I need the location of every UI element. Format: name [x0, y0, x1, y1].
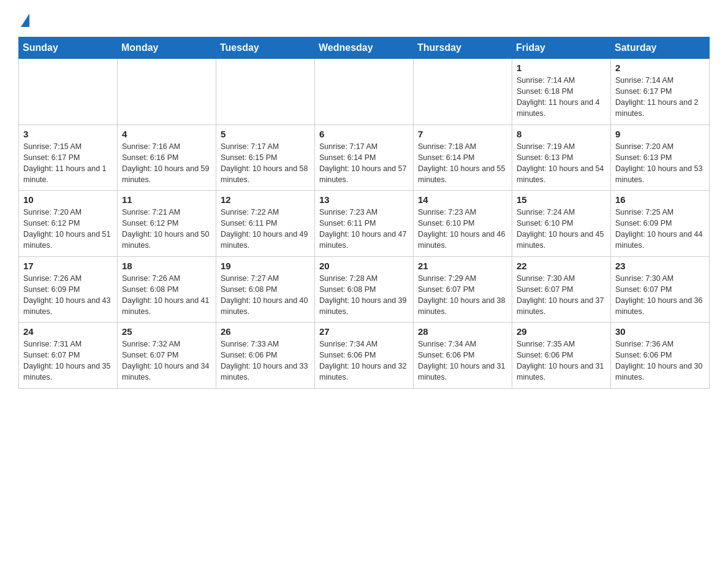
day-number: 30 — [615, 326, 705, 337]
day-info: Sunrise: 7:20 AMSunset: 6:12 PMDaylight:… — [23, 207, 113, 251]
header — [18, 12, 710, 25]
day-info: Sunrise: 7:32 AMSunset: 6:07 PMDaylight:… — [122, 339, 211, 383]
calendar-table: SundayMondayTuesdayWednesdayThursdayFrid… — [18, 37, 710, 389]
day-number: 13 — [319, 194, 409, 205]
calendar-cell: 26Sunrise: 7:33 AMSunset: 6:06 PMDayligh… — [216, 323, 315, 389]
calendar-cell: 3Sunrise: 7:15 AMSunset: 6:17 PMDaylight… — [19, 124, 118, 191]
calendar-cell: 10Sunrise: 7:20 AMSunset: 6:12 PMDayligh… — [19, 191, 118, 257]
day-info: Sunrise: 7:31 AMSunset: 6:07 PMDaylight:… — [23, 339, 113, 383]
day-number: 17 — [23, 261, 113, 271]
logo-triangle-icon — [21, 13, 29, 27]
day-number: 27 — [319, 326, 409, 337]
day-number: 12 — [221, 194, 310, 205]
calendar-cell: 28Sunrise: 7:34 AMSunset: 6:06 PMDayligh… — [414, 323, 512, 389]
day-number: 23 — [615, 261, 705, 271]
calendar-week-row: 1Sunrise: 7:14 AMSunset: 6:18 PMDaylight… — [19, 59, 710, 125]
day-number: 28 — [418, 326, 507, 337]
day-number: 10 — [23, 194, 113, 205]
logo — [18, 12, 29, 25]
header-monday: Monday — [118, 37, 216, 59]
header-tuesday: Tuesday — [216, 37, 315, 59]
calendar-cell: 25Sunrise: 7:32 AMSunset: 6:07 PMDayligh… — [118, 323, 216, 389]
calendar-cell: 30Sunrise: 7:36 AMSunset: 6:06 PMDayligh… — [611, 323, 710, 389]
day-info: Sunrise: 7:35 AMSunset: 6:06 PMDaylight:… — [517, 339, 606, 383]
calendar-week-row: 17Sunrise: 7:26 AMSunset: 6:09 PMDayligh… — [19, 256, 710, 323]
day-info: Sunrise: 7:18 AMSunset: 6:14 PMDaylight:… — [418, 141, 507, 186]
calendar-cell: 8Sunrise: 7:19 AMSunset: 6:13 PMDaylight… — [512, 124, 611, 191]
day-info: Sunrise: 7:26 AMSunset: 6:08 PMDaylight:… — [122, 273, 211, 318]
header-friday: Friday — [512, 37, 611, 59]
calendar-cell: 16Sunrise: 7:25 AMSunset: 6:09 PMDayligh… — [611, 191, 710, 257]
calendar-cell — [118, 59, 216, 125]
calendar-week-row: 24Sunrise: 7:31 AMSunset: 6:07 PMDayligh… — [19, 323, 710, 389]
day-number: 11 — [122, 194, 211, 205]
calendar-cell: 12Sunrise: 7:22 AMSunset: 6:11 PMDayligh… — [216, 191, 315, 257]
day-info: Sunrise: 7:19 AMSunset: 6:13 PMDaylight:… — [517, 141, 606, 186]
day-info: Sunrise: 7:23 AMSunset: 6:10 PMDaylight:… — [418, 207, 507, 251]
calendar-cell: 29Sunrise: 7:35 AMSunset: 6:06 PMDayligh… — [512, 323, 611, 389]
day-number: 21 — [418, 261, 507, 271]
day-number: 14 — [418, 194, 507, 205]
day-number: 1 — [517, 63, 606, 73]
day-info: Sunrise: 7:14 AMSunset: 6:17 PMDaylight:… — [615, 75, 705, 120]
day-number: 22 — [517, 261, 606, 271]
calendar-week-row: 3Sunrise: 7:15 AMSunset: 6:17 PMDaylight… — [19, 124, 710, 191]
calendar-cell: 21Sunrise: 7:29 AMSunset: 6:07 PMDayligh… — [414, 256, 512, 323]
calendar-cell — [315, 59, 414, 125]
day-number: 26 — [221, 326, 310, 337]
day-info: Sunrise: 7:29 AMSunset: 6:07 PMDaylight:… — [418, 273, 507, 318]
day-info: Sunrise: 7:15 AMSunset: 6:17 PMDaylight:… — [23, 141, 113, 186]
day-info: Sunrise: 7:34 AMSunset: 6:06 PMDaylight:… — [418, 339, 507, 383]
calendar-week-row: 10Sunrise: 7:20 AMSunset: 6:12 PMDayligh… — [19, 191, 710, 257]
calendar-cell: 1Sunrise: 7:14 AMSunset: 6:18 PMDaylight… — [512, 59, 611, 125]
day-number: 24 — [23, 326, 113, 337]
calendar-cell — [414, 59, 512, 125]
calendar-cell: 2Sunrise: 7:14 AMSunset: 6:17 PMDaylight… — [611, 59, 710, 125]
day-info: Sunrise: 7:27 AMSunset: 6:08 PMDaylight:… — [221, 273, 310, 318]
calendar-cell: 13Sunrise: 7:23 AMSunset: 6:11 PMDayligh… — [315, 191, 414, 257]
day-number: 2 — [615, 63, 705, 73]
day-number: 19 — [221, 261, 310, 271]
day-info: Sunrise: 7:23 AMSunset: 6:11 PMDaylight:… — [319, 207, 409, 251]
day-number: 20 — [319, 261, 409, 271]
calendar-cell: 17Sunrise: 7:26 AMSunset: 6:09 PMDayligh… — [19, 256, 118, 323]
day-number: 6 — [319, 129, 409, 139]
calendar-cell: 9Sunrise: 7:20 AMSunset: 6:13 PMDaylight… — [611, 124, 710, 191]
calendar-cell: 6Sunrise: 7:17 AMSunset: 6:14 PMDaylight… — [315, 124, 414, 191]
day-info: Sunrise: 7:14 AMSunset: 6:18 PMDaylight:… — [517, 75, 606, 120]
header-saturday: Saturday — [611, 37, 710, 59]
day-info: Sunrise: 7:16 AMSunset: 6:16 PMDaylight:… — [122, 141, 211, 186]
day-info: Sunrise: 7:30 AMSunset: 6:07 PMDaylight:… — [615, 273, 705, 318]
day-info: Sunrise: 7:26 AMSunset: 6:09 PMDaylight:… — [23, 273, 113, 318]
calendar-cell: 5Sunrise: 7:17 AMSunset: 6:15 PMDaylight… — [216, 124, 315, 191]
header-wednesday: Wednesday — [315, 37, 414, 59]
day-number: 9 — [615, 129, 705, 139]
calendar-cell: 19Sunrise: 7:27 AMSunset: 6:08 PMDayligh… — [216, 256, 315, 323]
calendar-cell: 11Sunrise: 7:21 AMSunset: 6:12 PMDayligh… — [118, 191, 216, 257]
day-number: 16 — [615, 194, 705, 205]
day-info: Sunrise: 7:30 AMSunset: 6:07 PMDaylight:… — [517, 273, 606, 318]
day-info: Sunrise: 7:17 AMSunset: 6:14 PMDaylight:… — [319, 141, 409, 186]
day-number: 8 — [517, 129, 606, 139]
day-info: Sunrise: 7:33 AMSunset: 6:06 PMDaylight:… — [221, 339, 310, 383]
day-info: Sunrise: 7:34 AMSunset: 6:06 PMDaylight:… — [319, 339, 409, 383]
calendar-cell: 4Sunrise: 7:16 AMSunset: 6:16 PMDaylight… — [118, 124, 216, 191]
day-number: 3 — [23, 129, 113, 139]
day-number: 29 — [517, 326, 606, 337]
calendar-cell: 22Sunrise: 7:30 AMSunset: 6:07 PMDayligh… — [512, 256, 611, 323]
header-thursday: Thursday — [414, 37, 512, 59]
calendar-cell: 27Sunrise: 7:34 AMSunset: 6:06 PMDayligh… — [315, 323, 414, 389]
day-info: Sunrise: 7:24 AMSunset: 6:10 PMDaylight:… — [517, 207, 606, 251]
calendar-cell: 18Sunrise: 7:26 AMSunset: 6:08 PMDayligh… — [118, 256, 216, 323]
day-number: 18 — [122, 261, 211, 271]
calendar-cell: 20Sunrise: 7:28 AMSunset: 6:08 PMDayligh… — [315, 256, 414, 323]
day-info: Sunrise: 7:17 AMSunset: 6:15 PMDaylight:… — [221, 141, 310, 186]
day-number: 25 — [122, 326, 211, 337]
calendar-header-row: SundayMondayTuesdayWednesdayThursdayFrid… — [19, 37, 710, 59]
calendar-cell: 23Sunrise: 7:30 AMSunset: 6:07 PMDayligh… — [611, 256, 710, 323]
day-number: 7 — [418, 129, 507, 139]
day-number: 15 — [517, 194, 606, 205]
header-sunday: Sunday — [19, 37, 118, 59]
day-info: Sunrise: 7:21 AMSunset: 6:12 PMDaylight:… — [122, 207, 211, 251]
calendar-cell: 15Sunrise: 7:24 AMSunset: 6:10 PMDayligh… — [512, 191, 611, 257]
